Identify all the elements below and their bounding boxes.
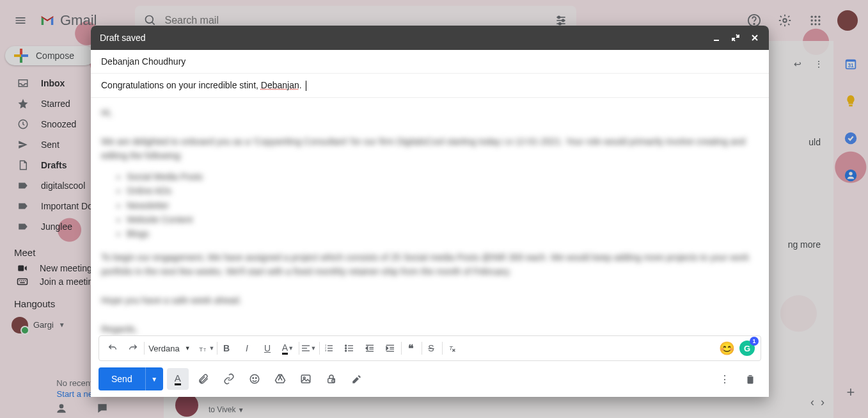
- misspelled-word: Debanjan: [261, 80, 299, 90]
- body-bullet: Website Content: [127, 213, 759, 227]
- hangouts-avatar: [12, 317, 28, 334]
- sender-avatar: [175, 394, 198, 417]
- compose-titlebar[interactable]: Draft saved: [91, 26, 769, 50]
- svg-rect-27: [20, 282, 25, 283]
- fullscreen-exit-icon[interactable]: [730, 33, 741, 43]
- text-cursor: [306, 81, 306, 91]
- svg-rect-26: [25, 280, 26, 281]
- apps-grid-icon[interactable]: [803, 8, 828, 33]
- svg-text:T: T: [449, 345, 454, 351]
- svg-point-53: [345, 345, 347, 346]
- insert-emoji-icon[interactable]: [244, 368, 265, 390]
- format-toggle-button[interactable]: A: [167, 368, 189, 390]
- discard-draft-icon[interactable]: [739, 368, 761, 390]
- format-toolbar: Verdana ▼ TT▼ B I U A▼ ▼ 123 ❝ S T 😊 G: [99, 335, 761, 361]
- svg-point-19: [818, 23, 820, 25]
- next-message-icon[interactable]: ›: [821, 396, 825, 409]
- svg-point-55: [345, 350, 347, 351]
- svg-point-28: [59, 404, 64, 408]
- svg-text:T: T: [203, 348, 206, 352]
- svg-point-5: [558, 16, 560, 18]
- svg-point-13: [818, 16, 820, 18]
- svg-point-18: [814, 23, 816, 25]
- underline-button[interactable]: U: [258, 339, 277, 357]
- text-color-button[interactable]: A▼: [278, 339, 297, 357]
- tasks-app-icon[interactable]: [838, 125, 864, 151]
- svg-point-6: [562, 19, 564, 21]
- svg-point-16: [818, 19, 820, 21]
- search-input[interactable]: [164, 15, 547, 26]
- close-icon[interactable]: [750, 33, 760, 43]
- label-icon: [17, 221, 29, 232]
- insert-photo-icon[interactable]: [295, 368, 317, 390]
- hangouts-contacts-icon[interactable]: [54, 401, 69, 416]
- video-icon: [17, 262, 28, 274]
- attach-file-icon[interactable]: [193, 368, 214, 390]
- contacts-app-icon[interactable]: [838, 163, 864, 188]
- compose-button[interactable]: Compose: [5, 46, 95, 65]
- svg-point-17: [811, 23, 813, 25]
- bullet-list-button[interactable]: [340, 339, 359, 357]
- more-menu-icon[interactable]: ⋮: [814, 59, 823, 69]
- font-selector[interactable]: Verdana ▼: [144, 339, 195, 357]
- compose-body[interactable]: Hi, We are delighted to onboard you as a…: [91, 98, 769, 335]
- account-avatar[interactable]: [837, 10, 858, 31]
- compose-title: Draft saved: [100, 33, 146, 43]
- svg-point-7: [559, 22, 561, 24]
- svg-rect-23: [19, 280, 20, 281]
- svg-text:T: T: [199, 346, 203, 353]
- grammarly-icon[interactable]: G: [738, 339, 757, 357]
- search-icon[interactable]: [144, 14, 157, 27]
- to-field[interactable]: Debanjan Choudhury: [91, 50, 769, 74]
- to-line: to Vivek ▼: [209, 405, 244, 414]
- body-bullet: Newsletter: [127, 198, 759, 213]
- undo-button[interactable]: [103, 339, 122, 357]
- insert-link-icon[interactable]: [218, 368, 240, 390]
- minimize-icon[interactable]: [711, 33, 722, 43]
- confidential-mode-icon[interactable]: [320, 368, 342, 390]
- search-options-icon[interactable]: [555, 14, 567, 27]
- calendar-app-icon[interactable]: 31: [838, 51, 864, 77]
- send-icon: [17, 139, 29, 150]
- insert-signature-icon[interactable]: [346, 368, 368, 390]
- insert-drive-icon[interactable]: [269, 368, 291, 390]
- add-panel-icon[interactable]: +: [838, 380, 864, 405]
- hangouts-chat-icon[interactable]: [95, 401, 110, 416]
- main-menu-button[interactable]: [5, 5, 36, 36]
- svg-text:31: 31: [848, 63, 854, 68]
- subject-field[interactable]: Congratulations on your incredible stint…: [91, 74, 769, 98]
- svg-point-14: [811, 19, 813, 21]
- send-options-button[interactable]: ▼: [145, 367, 163, 390]
- svg-point-15: [814, 19, 816, 21]
- label-icon: [17, 180, 29, 191]
- svg-point-0: [146, 16, 154, 24]
- redo-button[interactable]: [123, 339, 143, 357]
- svg-rect-25: [23, 280, 24, 281]
- remove-format-button[interactable]: T: [442, 339, 461, 357]
- body-bullet: Blogs: [127, 227, 759, 241]
- settings-gear-icon[interactable]: [772, 8, 798, 33]
- emoji-face-icon[interactable]: 😊: [717, 339, 736, 357]
- svg-point-11: [811, 16, 813, 18]
- svg-point-68: [253, 378, 254, 379]
- align-button[interactable]: ▼: [299, 339, 318, 357]
- font-size-button[interactable]: TT▼: [196, 339, 216, 357]
- compose-label: Compose: [36, 51, 74, 61]
- italic-button[interactable]: I: [237, 339, 256, 357]
- numbered-list-button[interactable]: 123: [319, 339, 338, 357]
- svg-text:3: 3: [325, 349, 327, 352]
- svg-rect-32: [849, 105, 853, 107]
- compose-action-bar: Send ▼ A ⋮: [91, 361, 769, 397]
- gmail-logo[interactable]: Gmail: [38, 12, 97, 29]
- keep-app-icon[interactable]: [838, 88, 864, 114]
- send-button[interactable]: Send: [99, 367, 145, 390]
- indent-more-button[interactable]: [381, 339, 400, 357]
- indent-less-button[interactable]: [360, 339, 379, 357]
- prev-message-icon[interactable]: ‹: [810, 396, 814, 409]
- more-options-icon[interactable]: ⋮: [714, 368, 736, 390]
- quote-button[interactable]: ❝: [401, 339, 420, 357]
- bold-button[interactable]: B: [217, 339, 236, 357]
- reply-icon[interactable]: ↩: [794, 59, 801, 69]
- svg-point-35: [849, 172, 853, 176]
- strikethrough-button[interactable]: S: [422, 339, 441, 357]
